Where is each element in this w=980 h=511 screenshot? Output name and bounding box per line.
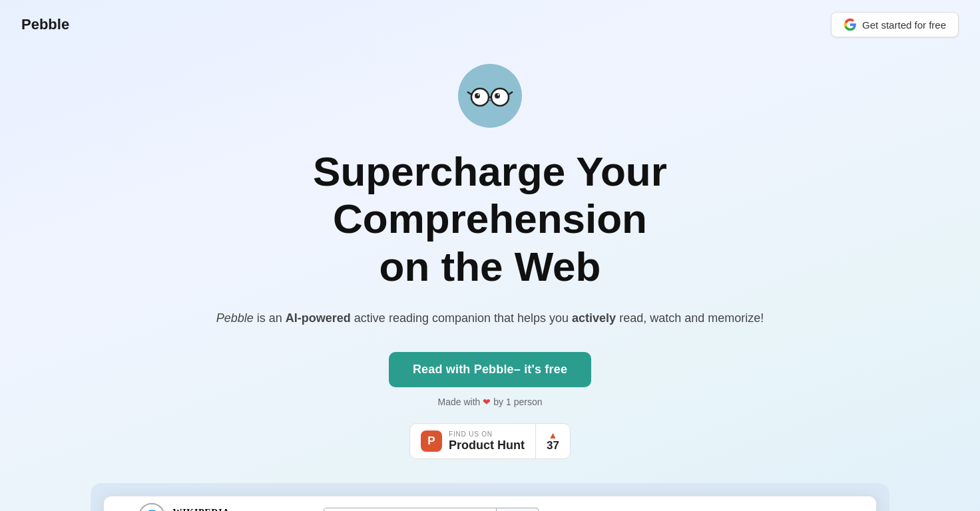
ph-vote-count: 37 — [547, 440, 559, 451]
wiki-search-area: Search — [324, 508, 590, 511]
logo: Pebble — [21, 16, 69, 33]
wiki-title: WIKIPEDIA — [170, 508, 232, 511]
ph-p-icon: P — [421, 430, 442, 452]
wiki-header: ☰ 🌐 WIKIPEDIA The Free Encyclopedia Sear… — [104, 496, 876, 511]
svg-point-2 — [491, 88, 509, 106]
ph-find-label: FIND US ON — [449, 431, 493, 438]
hero-section: Supercharge Your Comprehension on the We… — [0, 49, 980, 511]
browser-frame: ☰ 🌐 WIKIPEDIA The Free Encyclopedia Sear… — [104, 496, 876, 511]
svg-point-1 — [471, 88, 489, 106]
hero-subtitle-italic: Pebble — [216, 311, 254, 325]
svg-point-6 — [475, 93, 480, 98]
browser-content: ☰ 🌐 WIKIPEDIA The Free Encyclopedia Sear… — [104, 496, 876, 511]
svg-point-7 — [495, 93, 500, 98]
ph-left: P FIND US ON Product Hunt — [410, 424, 536, 458]
made-with-label: Made with ❤ by 1 person — [438, 397, 543, 407]
ph-text-block: FIND US ON Product Hunt — [449, 431, 525, 451]
wiki-logo-text: WIKIPEDIA The Free Encyclopedia — [170, 508, 232, 511]
wiki-logo-area: 🌐 WIKIPEDIA The Free Encyclopedia — [138, 503, 232, 511]
heart-icon: ❤ — [483, 397, 491, 407]
google-icon — [844, 18, 857, 31]
hero-title: Supercharge Your Comprehension on the We… — [190, 148, 790, 290]
wiki-logo-circle: 🌐 — [138, 503, 165, 511]
wiki-search-input[interactable] — [324, 508, 497, 511]
header: Pebble Get started for free — [0, 0, 980, 49]
get-started-button[interactable]: Get started for free — [831, 12, 959, 37]
get-started-label: Get started for free — [862, 19, 946, 31]
ph-product-name: Product Hunt — [449, 439, 525, 451]
pebble-logo — [457, 63, 523, 129]
wiki-search-button[interactable]: Search — [497, 508, 539, 511]
ph-arrow-icon: ▲ — [549, 430, 558, 440]
svg-point-8 — [477, 94, 479, 95]
cta-button[interactable]: Read with Pebble– it's free — [389, 352, 591, 387]
browser-wrapper: ☰ 🌐 WIKIPEDIA The Free Encyclopedia Sear… — [91, 483, 889, 511]
product-hunt-badge[interactable]: P FIND US ON Product Hunt ▲ 37 — [409, 423, 571, 459]
hero-subtitle-bold2: actively — [572, 311, 616, 325]
svg-point-0 — [458, 64, 522, 128]
hero-subtitle: Pebble is an AI-powered active reading c… — [216, 309, 764, 328]
svg-point-9 — [497, 94, 499, 95]
ph-vote-area: ▲ 37 — [536, 425, 570, 456]
hero-subtitle-bold: AI-powered — [286, 311, 351, 325]
